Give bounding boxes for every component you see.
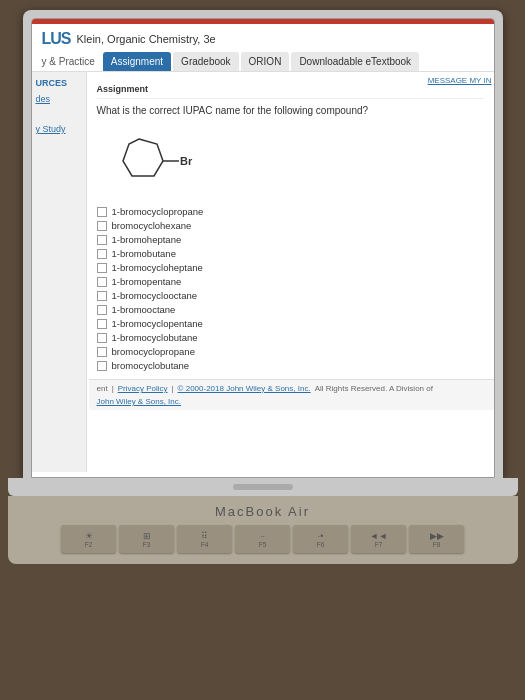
- option-row-5: 1-bromocycloheptane: [97, 262, 484, 273]
- key-f4-label: F4: [201, 541, 209, 548]
- launchpad-icon: ⠿: [201, 531, 208, 541]
- fast-forward-icon: ▶▶: [430, 531, 444, 541]
- brightness-icon: ☀: [85, 531, 93, 541]
- keyboard-brightness-icon: ··: [260, 531, 265, 541]
- footer: ent | Privacy Policy | © 2000-2018 John …: [89, 379, 494, 410]
- nav-tabs: y & Practice Assignment Gradebook ORION …: [42, 52, 484, 71]
- message-button[interactable]: MESSAGE MY IN: [428, 76, 492, 85]
- key-f5[interactable]: ·· F5: [235, 525, 290, 553]
- checkbox-3[interactable]: [97, 235, 107, 245]
- option-label-9: 1-bromocyclopentane: [112, 318, 203, 329]
- option-label-3: 1-bromoheptane: [112, 234, 182, 245]
- option-row-7: 1-bromocyclooctane: [97, 290, 484, 301]
- rewind-icon: ◄◄: [370, 531, 388, 541]
- key-f3[interactable]: ⊞ F3: [119, 525, 174, 553]
- svg-marker-0: [123, 139, 163, 176]
- key-f2-label: F2: [85, 541, 93, 548]
- checkbox-12[interactable]: [97, 361, 107, 371]
- app-logo: LUS: [42, 30, 71, 48]
- tab-downloadable[interactable]: Downloadable eTextbook: [291, 52, 419, 71]
- footer-wiley[interactable]: John Wiley & Sons, Inc.: [97, 397, 181, 406]
- sidebar-item-des[interactable]: des: [36, 94, 82, 104]
- footer-ent: ent: [97, 384, 108, 393]
- checkbox-5[interactable]: [97, 263, 107, 273]
- option-label-2: bromocyclohexane: [112, 220, 192, 231]
- checkbox-8[interactable]: [97, 305, 107, 315]
- molecule-structure: Br: [107, 124, 484, 196]
- key-f8[interactable]: ▶▶ F8: [409, 525, 464, 553]
- keyboard-row: ☀ F2 ⊞ F3 ⠿ F4 ·· F5 ·• F6 ◄◄ F7 ▶▶ F8: [18, 525, 508, 553]
- checkbox-10[interactable]: [97, 333, 107, 343]
- key-f5-label: F5: [259, 541, 267, 548]
- option-label-10: 1-bromocyclobutane: [112, 332, 198, 343]
- key-f6[interactable]: ·• F6: [293, 525, 348, 553]
- option-row-3: 1-bromoheptane: [97, 234, 484, 245]
- tab-assignment[interactable]: Assignment: [103, 52, 171, 71]
- sidebar: URCES des y Study: [32, 72, 87, 472]
- key-f6-label: F6: [317, 541, 325, 548]
- checkbox-1[interactable]: [97, 207, 107, 217]
- option-label-8: 1-bromooctane: [112, 304, 176, 315]
- key-f2[interactable]: ☀ F2: [61, 525, 116, 553]
- app-header: LUS Klein, Organic Chemistry, 3e y & Pra…: [32, 24, 494, 72]
- macbook-label: MacBook Air: [18, 504, 508, 519]
- breadcrumb: Assignment: [97, 80, 484, 99]
- tab-orion[interactable]: ORION: [241, 52, 290, 71]
- option-label-4: 1-bromobutane: [112, 248, 176, 259]
- key-f8-label: F8: [433, 541, 441, 548]
- sidebar-item-study[interactable]: y Study: [36, 124, 82, 134]
- course-title: Klein, Organic Chemistry, 3e: [77, 33, 216, 45]
- checkbox-11[interactable]: [97, 347, 107, 357]
- option-label-6: 1-bromopentane: [112, 276, 182, 287]
- option-label-11: bromocyclopropane: [112, 346, 195, 357]
- footer-privacy[interactable]: Privacy Policy: [118, 384, 168, 393]
- key-f4[interactable]: ⠿ F4: [177, 525, 232, 553]
- footer-separator-2: |: [172, 384, 174, 393]
- laptop-bottom-bezel: [8, 478, 518, 496]
- footer-separator-1: |: [112, 384, 114, 393]
- option-row-1: 1-bromocyclopropane: [97, 206, 484, 217]
- app-title-row: LUS Klein, Organic Chemistry, 3e: [42, 30, 484, 48]
- keyboard-brightness-up-icon: ·•: [318, 531, 324, 541]
- checkbox-9[interactable]: [97, 319, 107, 329]
- option-row-6: 1-bromopentane: [97, 276, 484, 287]
- option-row-9: 1-bromocyclopentane: [97, 318, 484, 329]
- content-area: URCES des y Study MESSAGE MY IN Assignme…: [32, 72, 494, 472]
- footer-copyright[interactable]: © 2000-2018 John Wiley & Sons, Inc.: [178, 384, 311, 393]
- svg-text:Br: Br: [180, 155, 193, 167]
- screen-content: LUS Klein, Organic Chemistry, 3e y & Pra…: [31, 18, 495, 478]
- option-row-11: bromocyclopropane: [97, 346, 484, 357]
- option-row-10: 1-bromocyclobutane: [97, 332, 484, 343]
- key-f7[interactable]: ◄◄ F7: [351, 525, 406, 553]
- main-content: MESSAGE MY IN Assignment What is the cor…: [87, 72, 494, 472]
- option-label-1: 1-bromocyclopropane: [112, 206, 204, 217]
- molecule-svg: Br: [107, 124, 197, 194]
- key-f7-label: F7: [375, 541, 383, 548]
- option-row-12: bromocyclobutane: [97, 360, 484, 371]
- checkbox-2[interactable]: [97, 221, 107, 231]
- checkbox-7[interactable]: [97, 291, 107, 301]
- question-text: What is the correct IUPAC name for the f…: [97, 105, 484, 116]
- option-label-12: bromocyclobutane: [112, 360, 190, 371]
- option-row-2: bromocyclohexane: [97, 220, 484, 231]
- footer-rights: All Rights Reserved. A Division of: [315, 384, 433, 393]
- checkbox-4[interactable]: [97, 249, 107, 259]
- keyboard-area: MacBook Air ☀ F2 ⊞ F3 ⠿ F4 ·· F5 ·• F6 ◄…: [8, 496, 518, 564]
- checkbox-6[interactable]: [97, 277, 107, 287]
- option-label-5: 1-bromocycloheptane: [112, 262, 203, 273]
- sidebar-title: URCES: [36, 78, 82, 88]
- answer-options: 1-bromocyclopropane bromocyclohexane 1-b…: [97, 206, 484, 371]
- mission-control-icon: ⊞: [143, 531, 151, 541]
- option-row-8: 1-bromooctane: [97, 304, 484, 315]
- option-row-4: 1-bromobutane: [97, 248, 484, 259]
- laptop-screen: LUS Klein, Organic Chemistry, 3e y & Pra…: [23, 10, 503, 478]
- tab-gradebook[interactable]: Gradebook: [173, 52, 238, 71]
- laptop-notch: [233, 484, 293, 490]
- nav-label: y & Practice: [42, 56, 95, 71]
- key-f3-label: F3: [143, 541, 151, 548]
- option-label-7: 1-bromocyclooctane: [112, 290, 198, 301]
